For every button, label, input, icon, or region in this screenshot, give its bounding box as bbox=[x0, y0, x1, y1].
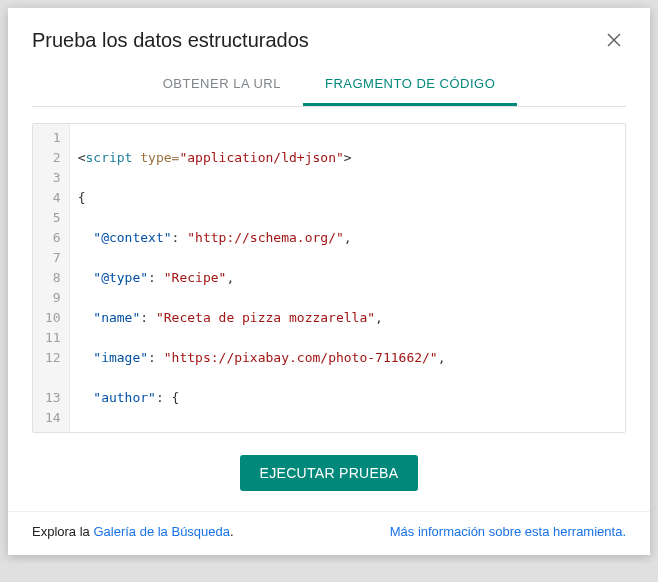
gallery-link[interactable]: Galería de la Búsqueda bbox=[93, 524, 230, 539]
run-test-button[interactable]: EJECUTAR PRUEBA bbox=[240, 455, 419, 491]
actions: EJECUTAR PRUEBA bbox=[8, 433, 650, 511]
tab-code-snippet[interactable]: FRAGMENTO DE CÓDIGO bbox=[303, 62, 517, 106]
line-gutter: 1 2 3 4 5 6 7 8 9 10 11 12 13 14 15 bbox=[33, 124, 70, 432]
dialog-title: Prueba los datos estructurados bbox=[32, 29, 309, 52]
tabs: OBTENER LA URL FRAGMENTO DE CÓDIGO bbox=[32, 62, 626, 107]
more-info-link[interactable]: Más información sobre esta herramienta. bbox=[390, 524, 626, 539]
dialog-footer: Explora la Galería de la Búsqueda. Más i… bbox=[8, 511, 650, 555]
close-icon[interactable] bbox=[602, 28, 626, 52]
dialog-header: Prueba los datos estructurados bbox=[8, 8, 650, 62]
footer-explore: Explora la Galería de la Búsqueda. bbox=[32, 524, 234, 539]
structured-data-dialog: Prueba los datos estructurados OBTENER L… bbox=[8, 8, 650, 555]
code-editor[interactable]: 1 2 3 4 5 6 7 8 9 10 11 12 13 14 15 <scr… bbox=[32, 123, 626, 433]
tab-fetch-url[interactable]: OBTENER LA URL bbox=[141, 62, 303, 106]
code-content[interactable]: <script type="application/ld+json"> { "@… bbox=[70, 124, 625, 432]
